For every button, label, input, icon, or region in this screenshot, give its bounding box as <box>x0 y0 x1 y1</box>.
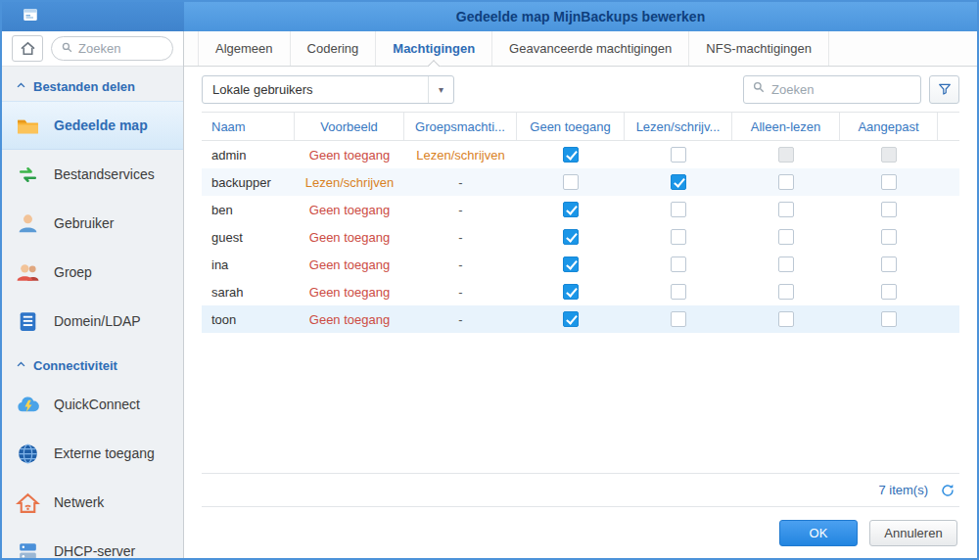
user-type-dropdown[interactable]: Lokale gebruikers ▾ <box>202 75 454 104</box>
dialog-title: Gedeelde map MijnBackups bewerken <box>184 2 977 31</box>
dropdown-selected-value: Lokale gebruikers <box>203 82 428 97</box>
checkbox-lezen-schrijven[interactable] <box>671 229 686 245</box>
checkbox-lezen-schrijven[interactable] <box>671 311 686 327</box>
sidebar-section-bestanden-delen[interactable]: Bestanden delen <box>2 67 183 101</box>
table-row[interactable]: toon Geen toegang - <box>202 305 959 333</box>
sidebar-item-dhcp-server[interactable]: DHCP-server <box>2 527 183 558</box>
checkbox-alleen-lezen[interactable] <box>778 311 794 327</box>
cell-preview: Geen toegang <box>295 305 404 333</box>
table-search-input[interactable] <box>771 82 912 97</box>
table-row[interactable]: ina Geen toegang - <box>202 251 959 278</box>
cell-group-permission: - <box>404 196 517 223</box>
sidebar-section-connectiviteit[interactable]: Connectiviteit <box>2 346 183 380</box>
table-search[interactable] <box>743 75 921 104</box>
table-row[interactable]: admin Geen toegang Lezen/schrijven <box>202 141 959 168</box>
sidebar-item-netwerk[interactable]: Netwerk <box>2 478 183 527</box>
checkbox-aangepast[interactable] <box>881 147 897 163</box>
checkbox-geen-toegang[interactable] <box>563 202 579 217</box>
column-header-groepsmachtigingen[interactable]: Groepsmachti... <box>404 113 517 140</box>
cell-name: toon <box>202 305 295 333</box>
group-icon <box>15 259 41 286</box>
domain-ldap-icon <box>15 308 41 335</box>
sidebar-section-label: Connectiviteit <box>33 358 117 373</box>
checkbox-lezen-schrijven[interactable] <box>671 202 686 217</box>
checkbox-alleen-lezen[interactable] <box>778 284 794 300</box>
sidebar-search-input[interactable] <box>78 41 163 56</box>
sidebar-item-externe-toegang[interactable]: Externe toegang <box>2 429 183 478</box>
ok-button[interactable]: OK <box>779 520 858 546</box>
sidebar-item-bestandservices[interactable]: Bestandservices <box>2 150 183 199</box>
cell-name: sarah <box>202 278 295 305</box>
cell-group-permission: - <box>404 251 517 278</box>
checkbox-geen-toegang[interactable] <box>563 311 579 327</box>
filter-icon <box>937 81 953 97</box>
checkbox-geen-toegang[interactable] <box>563 174 579 190</box>
tab-codering[interactable]: Codering <box>291 31 377 66</box>
refresh-button[interactable] <box>940 483 956 498</box>
tab-nfs-machtigingen[interactable]: NFS-machtigingen <box>689 31 829 66</box>
file-services-icon <box>15 162 41 188</box>
column-header-aangepast[interactable]: Aangepast <box>840 113 938 140</box>
table-row[interactable]: ben Geen toegang - <box>202 196 959 223</box>
filter-button[interactable] <box>929 75 959 104</box>
shared-folder-icon <box>15 113 41 139</box>
control-panel-icon <box>22 6 39 27</box>
checkbox-alleen-lezen[interactable] <box>778 147 794 163</box>
sidebar-item-label: Gedeelde map <box>54 117 148 133</box>
column-header-lezen-schrijven[interactable]: Lezen/schrijv... <box>625 113 732 140</box>
column-header-geen-toegang[interactable]: Geen toegang <box>517 113 625 140</box>
sidebar-search[interactable] <box>51 36 173 61</box>
tab-bar: Algemeen Codering Machtigingen Geavancee… <box>184 31 977 67</box>
column-header-alleen-lezen[interactable]: Alleen-lezen <box>732 113 840 140</box>
network-icon <box>15 490 41 516</box>
checkbox-aangepast[interactable] <box>881 174 897 190</box>
checkbox-geen-toegang[interactable] <box>563 147 579 163</box>
control-panel-window: Gedeelde map MijnBackups bewerken Best <box>0 0 979 560</box>
cell-group-permission: Lezen/schrijven <box>404 141 517 168</box>
checkbox-lezen-schrijven[interactable] <box>671 257 686 272</box>
chevron-down-icon: ▾ <box>428 76 453 103</box>
checkbox-alleen-lezen[interactable] <box>778 257 794 272</box>
checkbox-aangepast[interactable] <box>881 284 897 300</box>
sidebar-item-label: Netwerk <box>54 494 104 510</box>
sidebar-item-label: DHCP-server <box>54 543 135 558</box>
checkbox-aangepast[interactable] <box>881 257 897 272</box>
column-header-voorbeeld[interactable]: Voorbeeld <box>295 113 404 140</box>
cancel-button[interactable]: Annuleren <box>869 520 957 546</box>
sidebar-item-quickconnect[interactable]: QuickConnect <box>2 380 183 429</box>
checkbox-alleen-lezen[interactable] <box>778 174 794 190</box>
sidebar-item-gedeelde-map[interactable]: Gedeelde map <box>2 101 183 150</box>
checkbox-geen-toegang[interactable] <box>563 229 579 245</box>
checkbox-aangepast[interactable] <box>881 202 897 217</box>
dialog-buttons: OK Annuleren <box>184 507 977 558</box>
sidebar-item-domein-ldap[interactable]: Domein/LDAP <box>2 297 183 346</box>
checkbox-aangepast[interactable] <box>881 311 897 327</box>
sidebar-item-gebruiker[interactable]: Gebruiker <box>2 199 183 248</box>
cell-preview: Geen toegang <box>295 278 404 305</box>
tab-machtigingen[interactable]: Machtigingen <box>376 31 492 66</box>
sidebar-item-groep[interactable]: Groep <box>2 248 183 297</box>
table-row[interactable]: sarah Geen toegang - <box>202 278 959 305</box>
cell-preview: Geen toegang <box>295 223 404 251</box>
checkbox-geen-toegang[interactable] <box>563 257 579 272</box>
home-button[interactable] <box>12 35 43 62</box>
checkbox-geen-toegang[interactable] <box>563 284 579 300</box>
cell-name: backupper <box>202 168 295 196</box>
chevron-up-icon <box>16 358 26 373</box>
sidebar-item-label: Externe toegang <box>54 445 155 461</box>
checkbox-alleen-lezen[interactable] <box>778 229 794 245</box>
sidebar-nav: Bestanden delen Gedeelde map Bestandserv… <box>2 67 183 558</box>
table-row[interactable]: backupper Lezen/schrijven - <box>202 168 959 196</box>
checkbox-lezen-schrijven[interactable] <box>671 147 686 163</box>
tab-geavanceerde-machtigingen[interactable]: Geavanceerde machtigingen <box>492 31 689 66</box>
table-row[interactable]: guest Geen toegang - <box>202 223 959 251</box>
search-icon <box>752 80 766 98</box>
search-icon <box>61 40 73 58</box>
checkbox-lezen-schrijven[interactable] <box>671 174 686 190</box>
checkbox-lezen-schrijven[interactable] <box>671 284 686 300</box>
tab-algemeen[interactable]: Algemeen <box>198 31 291 66</box>
checkbox-aangepast[interactable] <box>881 229 897 245</box>
cell-group-permission: - <box>404 278 517 305</box>
column-header-naam[interactable]: Naam <box>202 113 295 140</box>
checkbox-alleen-lezen[interactable] <box>778 202 794 217</box>
